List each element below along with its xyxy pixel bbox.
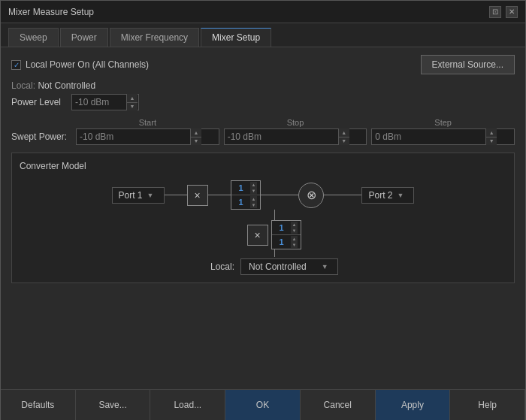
diagram-area: Port 1 ▼ × ▲ ▼	[20, 180, 506, 275]
title-bar: Mixer Measure Setup ⊡ ✕	[1, 1, 525, 23]
swept-power-label: Swept Power:	[11, 131, 71, 142]
window-title: Mixer Measure Setup	[8, 7, 94, 17]
tab-mixer-setup[interactable]: Mixer Setup	[201, 28, 271, 47]
local-power-checkbox[interactable]	[11, 60, 21, 70]
ratio-top-lower-up[interactable]: ▲	[250, 196, 258, 202]
power-level-down[interactable]: ▼	[127, 103, 138, 111]
ratio-top-upper-row: ▲ ▼	[231, 181, 261, 195]
lower-diagram: × ▲ ▼	[247, 220, 302, 249]
title-controls: ⊡ ✕	[489, 6, 518, 18]
ratio-top-lower-down[interactable]: ▼	[250, 202, 258, 208]
ratio-bottom-upper-row: ▲ ▼	[272, 221, 301, 234]
ratio-top-lower-spinners: ▲ ▼	[250, 196, 258, 208]
help-button[interactable]: Help	[450, 390, 525, 420]
local-section-label: Local: Not Controlled	[11, 80, 515, 91]
top-row: Local Power On (All Channels) External S…	[11, 55, 515, 74]
vertical-line-bottom	[274, 249, 275, 257]
local-chevron-icon: ▼	[322, 263, 328, 270]
swept-step-up[interactable]: ▲	[486, 128, 497, 137]
port1-dropdown[interactable]: Port 1 ▼	[112, 187, 165, 204]
swept-start-down[interactable]: ▼	[191, 137, 201, 146]
swept-stop-spinner: ▲ ▼	[338, 128, 349, 145]
ratio-bottom-upper-down[interactable]: ▼	[291, 228, 298, 234]
local-dropdown-value: Not Controlled	[249, 261, 307, 272]
ratio-top-upper-up[interactable]: ▲	[250, 182, 258, 188]
load-button[interactable]: Load...	[150, 390, 225, 420]
ratio-box-bottom: ▲ ▼ ▲ ▼	[271, 220, 302, 249]
external-source-button[interactable]: External Source...	[421, 55, 515, 74]
power-level-spinner: ▲ ▼	[126, 94, 138, 110]
ratio-box-top: ▲ ▼ ▲ ▼	[231, 180, 261, 210]
ratio-bottom-upper-spinners: ▲ ▼	[291, 222, 298, 234]
tab-sweep[interactable]: Sweep	[8, 28, 59, 47]
power-level-up[interactable]: ▲	[127, 94, 138, 103]
ratio-top-upper-input[interactable]	[234, 183, 248, 192]
swept-start-spinner: ▲ ▼	[190, 128, 201, 145]
close-button[interactable]: ✕	[506, 6, 518, 18]
defaults-button[interactable]: Defaults	[1, 390, 76, 420]
power-level-input[interactable]: ▲ ▼	[71, 94, 139, 110]
line-ratio-to-mixer	[261, 195, 298, 195]
swept-step-input[interactable]: ▲ ▼	[371, 128, 515, 145]
save-button[interactable]: Save...	[76, 390, 151, 420]
port1-chevron-icon: ▼	[147, 192, 154, 199]
power-level-field[interactable]	[72, 97, 126, 107]
ratio-bottom-lower-spinners: ▲ ▼	[291, 236, 298, 248]
tab-mixer-frequency[interactable]: Mixer Frequency	[110, 28, 199, 47]
converter-model-title: Converter Model	[20, 161, 506, 171]
local-power-label: Local Power On (All Channels)	[26, 59, 149, 70]
swept-start-input[interactable]: ▲ ▼	[76, 128, 219, 145]
swept-start-field[interactable]	[77, 131, 190, 142]
footer: Defaults Save... Load... OK Cancel Apply…	[1, 389, 525, 419]
power-level-row: Power Level ▲ ▼	[11, 94, 515, 110]
line-mixer-to-port2	[324, 195, 361, 195]
ratio-top-lower-row: ▲ ▼	[231, 195, 261, 209]
ratio-bottom-lower-input[interactable]	[275, 237, 289, 246]
local-power-row: Local Power On (All Channels)	[11, 59, 149, 70]
ratio-top-upper-spinners: ▲ ▼	[250, 182, 258, 194]
swept-stop-down[interactable]: ▼	[339, 137, 349, 146]
screenshot-button[interactable]: ⊡	[489, 6, 501, 18]
port2-dropdown[interactable]: Port 2 ▼	[361, 187, 414, 204]
mult-box-top: ×	[187, 185, 208, 206]
swept-stop-input[interactable]: ▲ ▼	[224, 128, 367, 145]
swept-start-up[interactable]: ▲	[191, 128, 201, 137]
ratio-bottom-lower-up[interactable]: ▲	[291, 236, 298, 242]
tab-power[interactable]: Power	[60, 28, 108, 47]
ratio-bottom-upper-up[interactable]: ▲	[291, 222, 298, 228]
swept-header: Start Stop Step	[11, 118, 515, 127]
swept-step-field[interactable]	[372, 131, 485, 142]
ratio-bottom-upper-input[interactable]	[275, 223, 289, 232]
local-dropdown-row: Local: Not Controlled ▼	[210, 258, 338, 275]
port1-label: Port 1	[119, 190, 143, 201]
port2-chevron-icon: ▼	[397, 192, 404, 199]
swept-power-row: Swept Power: ▲ ▼ ▲ ▼	[11, 128, 515, 145]
local-dropdown[interactable]: Not Controlled ▼	[240, 258, 338, 275]
tab-bar: Sweep Power Mixer Frequency Mixer Setup	[1, 23, 525, 47]
swept-stop-field[interactable]	[225, 131, 338, 142]
local-dropdown-label: Local:	[210, 261, 234, 272]
converter-model-section: Converter Model Port 1 ▼ ×	[11, 153, 515, 283]
ratio-top-lower-input[interactable]	[234, 198, 248, 207]
vertical-connector: × ▲ ▼	[20, 210, 506, 275]
swept-step-down[interactable]: ▼	[486, 137, 497, 146]
main-window: Mixer Measure Setup ⊡ ✕ Sweep Power Mixe…	[0, 0, 526, 420]
ratio-bottom-lower-down[interactable]: ▼	[291, 242, 298, 248]
stop-header: Stop	[224, 118, 367, 127]
main-diagram-row: Port 1 ▼ × ▲ ▼	[20, 180, 506, 210]
ok-button[interactable]: OK	[225, 390, 301, 420]
cancel-button[interactable]: Cancel	[301, 390, 376, 420]
swept-power-section: Start Stop Step Swept Power: ▲ ▼ ▲	[11, 118, 515, 145]
mult-box-bottom: ×	[247, 225, 268, 246]
line-mult-to-ratio	[208, 195, 231, 195]
step-header: Step	[371, 118, 515, 127]
power-level-label: Power Level	[11, 97, 64, 107]
mixer-circle: ⊗	[298, 183, 324, 208]
swept-stop-up[interactable]: ▲	[339, 128, 349, 137]
port2-label: Port 2	[368, 190, 392, 201]
mixer-x-icon: ⊗	[307, 188, 316, 202]
vertical-line-top	[274, 210, 275, 220]
line-port1-to-mult	[165, 195, 187, 195]
apply-button[interactable]: Apply	[376, 390, 451, 420]
ratio-top-upper-down[interactable]: ▼	[250, 188, 258, 194]
